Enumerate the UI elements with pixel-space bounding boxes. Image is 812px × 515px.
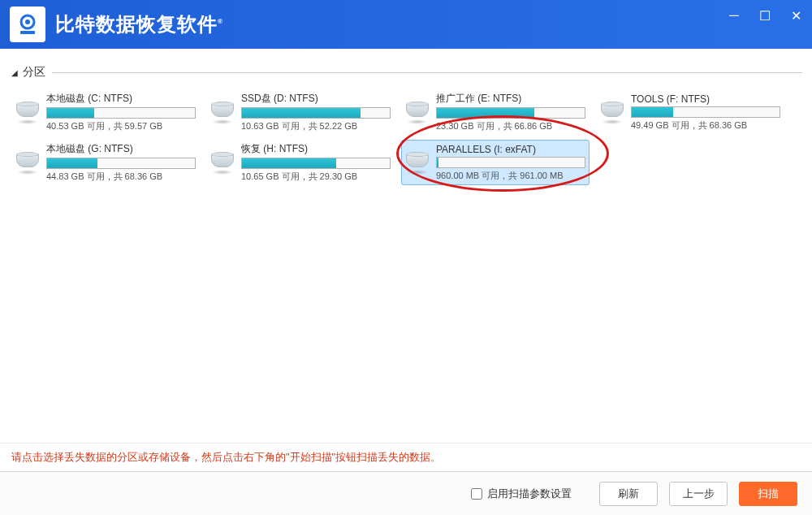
svg-point-1 xyxy=(25,19,30,24)
partition-usage: 10.65 GB 可用，共 29.30 GB xyxy=(241,171,391,183)
partition-usage: 44.83 GB 可用，共 68.36 GB xyxy=(46,171,196,183)
partition-name: 本地磁盘 (G: NTFS) xyxy=(46,142,196,156)
footer: 启用扫描参数设置 刷新 上一步 扫描 xyxy=(0,471,812,515)
disk-icon xyxy=(404,98,431,126)
partition-name: 推广工作 (E: NTFS) xyxy=(436,92,585,106)
hint-text: 请点击选择丢失数据的分区或存储设备，然后点击右下角的"开始扫描"按钮扫描丢失的数… xyxy=(0,443,812,471)
partition-item[interactable]: TOOLS (F: NTFS)49.49 GB 可用，共 68.36 GB xyxy=(596,89,784,135)
disk-icon xyxy=(14,149,41,176)
partition-item[interactable]: 本地磁盘 (G: NTFS)44.83 GB 可用，共 68.36 GB xyxy=(11,140,200,185)
titlebar: 比特数据恢复软件® ─ ☐ ✕ xyxy=(0,0,812,49)
partition-grid: 本地磁盘 (C: NTFS)40.53 GB 可用，共 59.57 GBSSD盘… xyxy=(11,89,812,185)
partition-usage: 40.53 GB 可用，共 59.57 GB xyxy=(46,120,196,132)
partition-usage: 960.00 MB 可用，共 961.00 MB xyxy=(436,170,585,182)
main-area: ◢ 分区 本地磁盘 (C: NTFS)40.53 GB 可用，共 59.57 G… xyxy=(0,49,812,443)
disk-icon xyxy=(14,98,41,126)
partition-name: SSD盘 (D: NTFS) xyxy=(241,92,391,106)
disk-icon xyxy=(209,149,236,176)
usage-bar xyxy=(46,158,196,169)
maximize-button[interactable]: ☐ xyxy=(757,8,773,24)
partition-name: 恢复 (H: NTFS) xyxy=(241,142,391,156)
scan-params-label: 启用扫描参数设置 xyxy=(487,487,572,501)
section-header[interactable]: ◢ 分区 xyxy=(11,65,812,80)
close-button[interactable]: ✕ xyxy=(788,8,804,24)
partition-name: PARALLELS (I: exFAT) xyxy=(436,144,585,155)
window-controls: ─ ☐ ✕ xyxy=(726,8,804,24)
prev-button[interactable]: 上一步 xyxy=(669,482,728,506)
usage-bar xyxy=(631,106,780,118)
disk-icon xyxy=(209,98,236,126)
minimize-button[interactable]: ─ xyxy=(726,8,742,24)
partition-info: 本地磁盘 (G: NTFS)44.83 GB 可用，共 68.36 GB xyxy=(46,142,196,183)
app-window: 比特数据恢复软件® ─ ☐ ✕ ◢ 分区 本地磁盘 (C: NTFS)40.53… xyxy=(0,0,812,515)
partition-name: TOOLS (F: NTFS) xyxy=(631,93,780,105)
partition-item[interactable]: 推广工作 (E: NTFS)23.30 GB 可用，共 66.86 GB xyxy=(401,89,590,135)
usage-bar xyxy=(436,107,585,119)
usage-bar xyxy=(241,107,391,119)
disk-icon xyxy=(598,98,626,126)
app-title: 比特数据恢复软件® xyxy=(55,11,223,37)
usage-bar xyxy=(46,107,196,119)
refresh-button[interactable]: 刷新 xyxy=(599,482,658,506)
partition-item[interactable]: 本地磁盘 (C: NTFS)40.53 GB 可用，共 59.57 GB xyxy=(11,89,200,135)
partition-item[interactable]: SSD盘 (D: NTFS)10.63 GB 可用，共 52.22 GB xyxy=(206,89,395,135)
partition-info: PARALLELS (I: exFAT)960.00 MB 可用，共 961.0… xyxy=(436,144,585,182)
collapse-icon: ◢ xyxy=(11,68,18,77)
disk-icon xyxy=(404,149,431,176)
svg-rect-2 xyxy=(20,31,35,34)
partition-item[interactable]: PARALLELS (I: exFAT)960.00 MB 可用，共 961.0… xyxy=(401,140,590,185)
usage-bar xyxy=(241,158,391,169)
partition-info: 推广工作 (E: NTFS)23.30 GB 可用，共 66.86 GB xyxy=(436,92,585,132)
partition-info: 本地磁盘 (C: NTFS)40.53 GB 可用，共 59.57 GB xyxy=(46,92,196,132)
app-logo-icon xyxy=(10,6,45,42)
partition-item[interactable]: 恢复 (H: NTFS)10.65 GB 可用，共 29.30 GB xyxy=(206,140,395,185)
scan-params-checkbox[interactable]: 启用扫描参数设置 xyxy=(471,487,572,501)
partition-info: SSD盘 (D: NTFS)10.63 GB 可用，共 52.22 GB xyxy=(241,92,391,132)
partition-info: TOOLS (F: NTFS)49.49 GB 可用，共 68.36 GB xyxy=(631,93,780,132)
partition-info: 恢复 (H: NTFS)10.65 GB 可用，共 29.30 GB xyxy=(241,142,391,183)
usage-bar xyxy=(436,157,585,168)
partition-usage: 49.49 GB 可用，共 68.36 GB xyxy=(631,119,780,132)
partition-usage: 23.30 GB 可用，共 66.86 GB xyxy=(436,120,585,132)
scan-button[interactable]: 扫描 xyxy=(739,482,797,506)
partition-name: 本地磁盘 (C: NTFS) xyxy=(46,92,196,106)
scan-params-checkbox-input[interactable] xyxy=(471,488,482,500)
divider xyxy=(52,72,802,73)
partition-usage: 10.63 GB 可用，共 52.22 GB xyxy=(241,120,391,132)
section-label: 分区 xyxy=(23,65,45,80)
